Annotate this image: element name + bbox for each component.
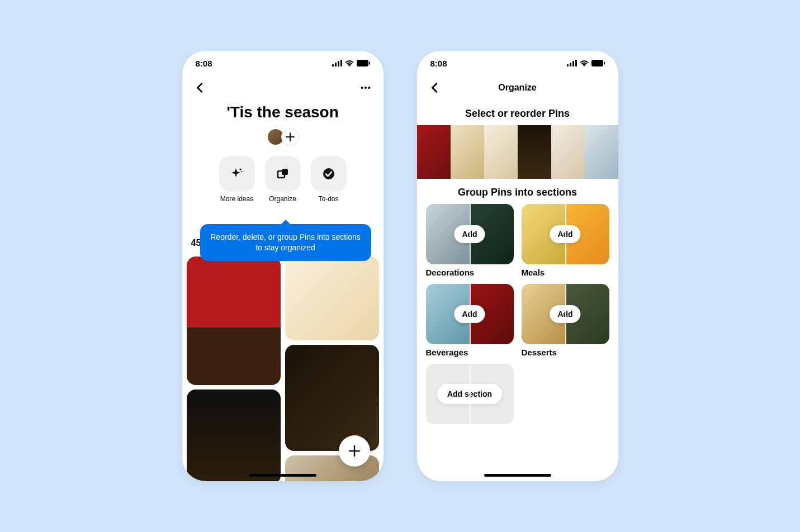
svg-rect-19 (575, 60, 577, 66)
back-button[interactable] (426, 79, 444, 97)
status-icons (332, 60, 370, 66)
wifi-icon (579, 60, 589, 66)
svg-point-9 (239, 168, 241, 170)
todos-button[interactable]: To-dos (311, 156, 347, 203)
pin-count-number: 45 (191, 238, 201, 248)
sparkle-icon (230, 167, 244, 180)
svg-rect-2 (338, 61, 339, 66)
reorder-thumb[interactable] (585, 125, 618, 179)
organize-icon (276, 167, 290, 180)
section-label: Meals (522, 268, 609, 277)
add-to-section-button[interactable]: Add (454, 305, 485, 323)
section-label: Decorations (426, 268, 514, 277)
organize-tooltip: Reorder, delete, or group Pins into sect… (200, 224, 371, 261)
svg-rect-12 (282, 169, 288, 175)
chevron-left-icon (194, 82, 206, 94)
pin-card[interactable] (285, 256, 379, 340)
add-section-card[interactable]: Add section (426, 364, 514, 424)
svg-rect-21 (604, 62, 605, 65)
back-button[interactable] (191, 79, 209, 97)
battery-icon (591, 60, 605, 66)
section-meals[interactable]: Add Meals (522, 204, 609, 277)
home-indicator (484, 474, 551, 477)
pin-card[interactable] (285, 345, 379, 451)
more-ideas-label: More ideas (220, 195, 253, 203)
cellular-icon (567, 60, 577, 66)
svg-point-13 (323, 168, 334, 179)
section-beverages[interactable]: Add Beverages (426, 284, 514, 357)
nav-row: Organize (417, 75, 618, 100)
svg-rect-5 (369, 62, 370, 65)
organize-button[interactable]: Organize (265, 156, 301, 203)
status-bar: 8:08 (417, 51, 618, 75)
status-time: 8:08 (196, 59, 212, 68)
group-heading: Group Pins into sections (417, 187, 618, 198)
chevron-left-icon (429, 82, 441, 94)
status-bar: 8:08 (182, 51, 384, 75)
svg-rect-4 (357, 60, 368, 66)
phone-board: 8:08 'Tis the season More ideas (182, 51, 384, 481)
cellular-icon (332, 60, 342, 66)
reorder-thumb[interactable] (417, 125, 451, 179)
check-circle-icon (322, 167, 335, 180)
svg-rect-1 (335, 63, 337, 66)
svg-rect-17 (570, 63, 571, 66)
reorder-thumb[interactable] (518, 125, 551, 179)
add-to-section-button[interactable]: Add (550, 225, 580, 243)
section-label: Beverages (426, 348, 514, 357)
reorder-thumb[interactable] (451, 125, 484, 179)
reorder-strip[interactable] (417, 125, 618, 179)
page-title: Organize (417, 83, 618, 93)
nav-row (182, 75, 384, 100)
more-ideas-button[interactable]: More ideas (219, 156, 255, 203)
svg-rect-16 (567, 64, 569, 66)
wifi-icon (344, 60, 354, 66)
todos-label: To-dos (318, 195, 338, 203)
reorder-thumb[interactable] (551, 125, 585, 179)
reorder-thumb[interactable] (484, 125, 518, 179)
add-to-section-button[interactable]: Add (454, 225, 485, 243)
add-section-button[interactable]: Add section (437, 384, 502, 404)
svg-rect-20 (591, 60, 603, 66)
sections-grid: Add Decorations Add Meals Add Beverages … (417, 204, 618, 424)
board-actions: More ideas Organize To-dos (182, 156, 384, 203)
plus-icon (286, 132, 295, 141)
more-options-button[interactable] (357, 79, 375, 97)
section-label: Desserts (522, 348, 609, 357)
ellipsis-icon (359, 82, 372, 94)
add-to-section-button[interactable]: Add (550, 305, 580, 323)
status-time: 8:08 (430, 59, 447, 68)
section-decorations[interactable]: Add Decorations (426, 204, 514, 277)
select-reorder-heading: Select or reorder Pins (417, 108, 618, 120)
add-pin-fab[interactable] (339, 435, 370, 467)
collaborators-row (182, 128, 384, 146)
add-collaborator-button[interactable] (281, 128, 299, 146)
svg-rect-18 (572, 61, 574, 66)
svg-point-6 (361, 87, 363, 89)
section-desserts[interactable]: Add Desserts (522, 284, 609, 357)
pin-card[interactable] (187, 256, 281, 385)
svg-point-10 (241, 171, 242, 172)
home-indicator (249, 474, 316, 477)
status-icons (567, 60, 605, 66)
svg-rect-3 (340, 60, 342, 66)
battery-icon (357, 60, 370, 66)
organize-label: Organize (269, 195, 296, 203)
svg-point-7 (364, 87, 366, 89)
board-title: 'Tis the season (182, 103, 384, 121)
plus-icon (348, 445, 361, 457)
pin-card[interactable] (187, 390, 281, 481)
phone-organize: 8:08 Organize Select or reorder Pins Gro… (417, 51, 618, 481)
svg-rect-0 (332, 64, 334, 66)
svg-point-8 (368, 87, 370, 89)
